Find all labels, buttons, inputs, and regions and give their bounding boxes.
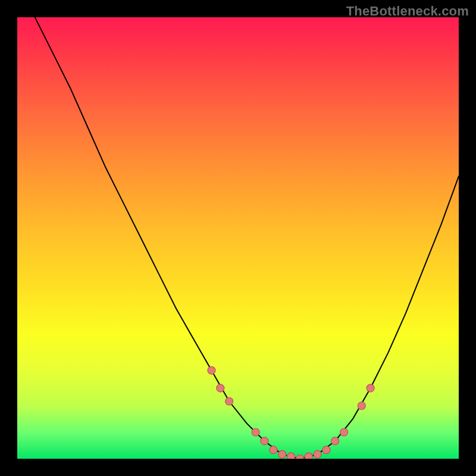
highlight-dot [314,450,321,458]
highlight-dot [226,397,233,405]
highlight-dot [358,402,365,410]
highlight-dot [208,367,215,374]
plot-area [17,17,459,459]
plot-svg [17,17,459,459]
bottleneck-curve [17,17,459,459]
highlight-dot [331,437,339,445]
highlight-dot [278,450,286,458]
highlight-dot [340,428,348,436]
highlight-dot [217,384,224,392]
chart-stage: TheBottleneck.com [0,0,476,476]
highlight-dot [322,446,330,454]
highlight-dot [270,446,277,454]
highlight-dot [367,384,374,392]
highlight-dot [296,455,303,459]
highlight-dots [208,367,374,459]
highlight-dot [261,437,268,445]
highlight-dot [305,453,312,459]
highlight-dot [252,428,259,436]
highlight-dot [287,453,295,459]
